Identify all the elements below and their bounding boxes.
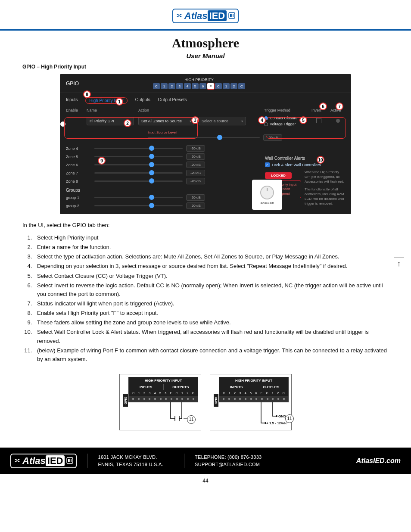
accessory-preview: ⊘Atlas IED bbox=[252, 180, 282, 210]
intro-text: In the UI, select the GPIO tab then: bbox=[22, 222, 389, 228]
callout-6: 6 bbox=[319, 103, 327, 110]
svg-rect-1 bbox=[230, 14, 231, 17]
page-header: AtlasIED bbox=[0, 0, 411, 28]
wiring-contact-closure: GPIO HIGH PRIORITY INPUT INPUTSOUTPUTS C… bbox=[119, 374, 201, 430]
page-subtitle: User Manual bbox=[0, 52, 411, 59]
page-footer: AtlasIED 1601 JACK MCKAY BLVD. ENNIS, TE… bbox=[0, 448, 411, 474]
page-number: – 44 – bbox=[0, 474, 411, 492]
svg-rect-9 bbox=[71, 459, 72, 462]
svg-rect-2 bbox=[231, 14, 232, 17]
footer-logo: AtlasIED bbox=[10, 454, 77, 468]
locked-badge: LOCKED bbox=[265, 172, 292, 179]
scroll-to-top-icon[interactable]: ↑ bbox=[393, 258, 405, 270]
callout-11: 11 bbox=[187, 415, 196, 424]
callout-8: 8 bbox=[83, 90, 91, 98]
callout-9: 9 bbox=[98, 157, 106, 165]
step: Select Wall Controller Lock & Alert stat… bbox=[34, 328, 389, 345]
tab-outputs[interactable]: Outputs bbox=[135, 97, 150, 104]
port-selected[interactable]: F bbox=[207, 83, 214, 89]
fader[interactable] bbox=[149, 195, 154, 200]
callout-11: 11 bbox=[285, 414, 294, 423]
port[interactable]: 1 bbox=[223, 83, 230, 89]
step: Select Invert to reverse the logic actio… bbox=[34, 281, 389, 299]
zone-row: Zone 4-20 dB bbox=[60, 144, 351, 152]
annotation-outline bbox=[64, 117, 198, 139]
gpio-screenshot: GPIO HIGH PRIORITY C 1 2 3 4 5 6 F C 1 2… bbox=[60, 74, 351, 214]
step: Enter a name for the function. bbox=[34, 243, 389, 252]
tab-output-presets[interactable]: Output Presets bbox=[158, 97, 187, 104]
hp-label: HIGH PRIORITY bbox=[153, 78, 245, 82]
knob-icon bbox=[260, 186, 274, 199]
port-selector[interactable]: C 1 2 3 4 5 6 F C 1 2 C bbox=[153, 83, 245, 89]
step: Enable sets High Priority port "F" to ac… bbox=[34, 309, 389, 317]
tab-inputs[interactable]: Inputs bbox=[66, 97, 78, 104]
svg-point-5 bbox=[276, 415, 277, 417]
port[interactable]: 5 bbox=[192, 83, 199, 89]
wiring-diagrams: GPIO HIGH PRIORITY INPUT INPUTSOUTPUTS C… bbox=[0, 374, 411, 430]
panel-title: GPIO bbox=[66, 81, 79, 87]
chevron-down-icon: ▾ bbox=[241, 119, 243, 123]
step: Status indicator will light when port is… bbox=[34, 299, 389, 308]
footer-address: 1601 JACK MCKAY BLVD. ENNIS, TEXAS 75119… bbox=[87, 454, 174, 468]
fader[interactable] bbox=[149, 170, 154, 175]
port[interactable]: C bbox=[238, 83, 245, 89]
fader[interactable] bbox=[149, 178, 154, 184]
step: Depending on your selection in 3, select… bbox=[34, 262, 389, 271]
lock-alert-checkbox[interactable]: ✓Lock & Alert Wall Controllers bbox=[265, 162, 345, 167]
header-rule bbox=[0, 29, 411, 31]
section-heading: GPIO – High Priority Input bbox=[22, 64, 411, 70]
port[interactable]: 1 bbox=[161, 83, 168, 89]
fan-icon bbox=[176, 12, 183, 20]
footer-url[interactable]: AtlasIED.com bbox=[356, 457, 401, 465]
port[interactable]: C bbox=[215, 83, 222, 89]
bars-icon bbox=[66, 457, 73, 465]
brand-logo: AtlasIED bbox=[172, 9, 239, 23]
step: (below) Example of wiring Port F to comm… bbox=[34, 346, 389, 364]
tab-bar: Inputs High Priority Input Outputs Outpu… bbox=[60, 93, 351, 107]
footer-contact: TELEPHONE: (800) 876-3333 SUPPORT@ATLASI… bbox=[184, 454, 272, 468]
port[interactable]: 2 bbox=[230, 83, 237, 89]
page-title: Atmosphere bbox=[0, 36, 411, 50]
column-headers: Enable Name Action Trigger Method Invert… bbox=[60, 107, 351, 114]
step: Select Contact Closure (CC) or Voltage T… bbox=[34, 272, 389, 280]
fader[interactable] bbox=[149, 154, 154, 159]
svg-rect-3 bbox=[233, 14, 234, 17]
fader[interactable] bbox=[149, 203, 154, 208]
fader[interactable] bbox=[149, 146, 154, 151]
callout-1: 1 bbox=[115, 98, 123, 106]
annotation-outline bbox=[266, 117, 346, 139]
callout-10: 10 bbox=[317, 156, 324, 164]
svg-rect-8 bbox=[69, 459, 70, 462]
instruction-list: Select High Priority input Enter a name … bbox=[22, 233, 389, 364]
svg-rect-7 bbox=[68, 459, 69, 462]
port[interactable]: 6 bbox=[199, 83, 206, 89]
step: These faders allow setting the zone and … bbox=[34, 318, 389, 327]
wiring-voltage-trigger: GPIO HIGH PRIORITY INPUT INPUTSOUTPUTS C… bbox=[210, 374, 292, 430]
source-select[interactable]: Select a source▾ bbox=[199, 117, 246, 125]
fader[interactable] bbox=[149, 162, 154, 167]
port[interactable]: 2 bbox=[168, 83, 175, 89]
callout-7: 7 bbox=[336, 103, 343, 110]
port[interactable]: C bbox=[153, 83, 160, 89]
step: Select the type of activation action. Se… bbox=[34, 252, 389, 261]
callout-4: 4 bbox=[258, 116, 266, 124]
port[interactable]: 4 bbox=[184, 83, 191, 89]
fan-icon bbox=[14, 457, 21, 465]
step: Select High Priority input bbox=[34, 233, 389, 242]
volt-label: + 1.5 - 12Vdc bbox=[266, 421, 287, 425]
bars-icon bbox=[228, 12, 235, 20]
port[interactable]: 3 bbox=[176, 83, 183, 89]
